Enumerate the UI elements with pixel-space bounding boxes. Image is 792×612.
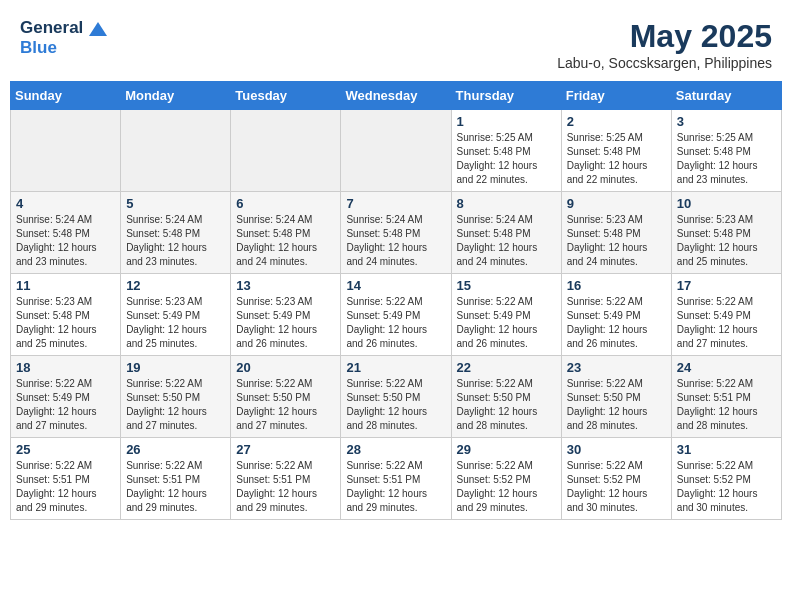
day-info: Sunrise: 5:22 AM Sunset: 5:51 PM Dayligh… (346, 459, 445, 515)
table-row: 7Sunrise: 5:24 AM Sunset: 5:48 PM Daylig… (341, 192, 451, 274)
day-number: 25 (16, 442, 115, 457)
day-info: Sunrise: 5:24 AM Sunset: 5:48 PM Dayligh… (457, 213, 556, 269)
day-info: Sunrise: 5:24 AM Sunset: 5:48 PM Dayligh… (126, 213, 225, 269)
day-info: Sunrise: 5:23 AM Sunset: 5:48 PM Dayligh… (16, 295, 115, 351)
calendar: Sunday Monday Tuesday Wednesday Thursday… (10, 81, 782, 520)
day-info: Sunrise: 5:23 AM Sunset: 5:49 PM Dayligh… (236, 295, 335, 351)
table-row: 6Sunrise: 5:24 AM Sunset: 5:48 PM Daylig… (231, 192, 341, 274)
calendar-week-row: 25Sunrise: 5:22 AM Sunset: 5:51 PM Dayli… (11, 438, 782, 520)
day-number: 28 (346, 442, 445, 457)
day-info: Sunrise: 5:22 AM Sunset: 5:50 PM Dayligh… (346, 377, 445, 433)
table-row: 23Sunrise: 5:22 AM Sunset: 5:50 PM Dayli… (561, 356, 671, 438)
day-info: Sunrise: 5:24 AM Sunset: 5:48 PM Dayligh… (16, 213, 115, 269)
header-thursday: Thursday (451, 82, 561, 110)
calendar-week-row: 11Sunrise: 5:23 AM Sunset: 5:48 PM Dayli… (11, 274, 782, 356)
table-row: 24Sunrise: 5:22 AM Sunset: 5:51 PM Dayli… (671, 356, 781, 438)
table-row (231, 110, 341, 192)
table-row (121, 110, 231, 192)
logo-blue: Blue (20, 38, 107, 58)
calendar-week-row: 18Sunrise: 5:22 AM Sunset: 5:49 PM Dayli… (11, 356, 782, 438)
page-header: General Blue May 2025 Labu-o, Soccsksarg… (10, 10, 782, 75)
day-number: 21 (346, 360, 445, 375)
header-monday: Monday (121, 82, 231, 110)
day-number: 26 (126, 442, 225, 457)
table-row: 17Sunrise: 5:22 AM Sunset: 5:49 PM Dayli… (671, 274, 781, 356)
day-info: Sunrise: 5:22 AM Sunset: 5:49 PM Dayligh… (457, 295, 556, 351)
day-number: 29 (457, 442, 556, 457)
table-row: 13Sunrise: 5:23 AM Sunset: 5:49 PM Dayli… (231, 274, 341, 356)
header-friday: Friday (561, 82, 671, 110)
day-number: 3 (677, 114, 776, 129)
day-info: Sunrise: 5:22 AM Sunset: 5:50 PM Dayligh… (567, 377, 666, 433)
day-number: 31 (677, 442, 776, 457)
table-row: 22Sunrise: 5:22 AM Sunset: 5:50 PM Dayli… (451, 356, 561, 438)
day-info: Sunrise: 5:22 AM Sunset: 5:49 PM Dayligh… (16, 377, 115, 433)
day-info: Sunrise: 5:22 AM Sunset: 5:51 PM Dayligh… (126, 459, 225, 515)
day-info: Sunrise: 5:24 AM Sunset: 5:48 PM Dayligh… (346, 213, 445, 269)
day-info: Sunrise: 5:22 AM Sunset: 5:51 PM Dayligh… (677, 377, 776, 433)
day-info: Sunrise: 5:22 AM Sunset: 5:49 PM Dayligh… (346, 295, 445, 351)
table-row: 18Sunrise: 5:22 AM Sunset: 5:49 PM Dayli… (11, 356, 121, 438)
location: Labu-o, Soccsksargen, Philippines (557, 55, 772, 71)
table-row: 11Sunrise: 5:23 AM Sunset: 5:48 PM Dayli… (11, 274, 121, 356)
table-row: 3Sunrise: 5:25 AM Sunset: 5:48 PM Daylig… (671, 110, 781, 192)
month-title: May 2025 (557, 18, 772, 55)
day-number: 17 (677, 278, 776, 293)
day-number: 7 (346, 196, 445, 211)
day-number: 15 (457, 278, 556, 293)
table-row: 1Sunrise: 5:25 AM Sunset: 5:48 PM Daylig… (451, 110, 561, 192)
table-row: 28Sunrise: 5:22 AM Sunset: 5:51 PM Dayli… (341, 438, 451, 520)
table-row: 4Sunrise: 5:24 AM Sunset: 5:48 PM Daylig… (11, 192, 121, 274)
day-info: Sunrise: 5:25 AM Sunset: 5:48 PM Dayligh… (567, 131, 666, 187)
day-info: Sunrise: 5:22 AM Sunset: 5:51 PM Dayligh… (236, 459, 335, 515)
day-number: 2 (567, 114, 666, 129)
day-number: 4 (16, 196, 115, 211)
table-row: 31Sunrise: 5:22 AM Sunset: 5:52 PM Dayli… (671, 438, 781, 520)
table-row: 9Sunrise: 5:23 AM Sunset: 5:48 PM Daylig… (561, 192, 671, 274)
title-block: May 2025 Labu-o, Soccsksargen, Philippin… (557, 18, 772, 71)
day-number: 13 (236, 278, 335, 293)
day-number: 8 (457, 196, 556, 211)
day-number: 16 (567, 278, 666, 293)
day-number: 22 (457, 360, 556, 375)
table-row: 29Sunrise: 5:22 AM Sunset: 5:52 PM Dayli… (451, 438, 561, 520)
day-info: Sunrise: 5:23 AM Sunset: 5:48 PM Dayligh… (677, 213, 776, 269)
day-number: 11 (16, 278, 115, 293)
day-info: Sunrise: 5:22 AM Sunset: 5:51 PM Dayligh… (16, 459, 115, 515)
header-wednesday: Wednesday (341, 82, 451, 110)
logo-text: General (20, 18, 107, 38)
day-info: Sunrise: 5:22 AM Sunset: 5:50 PM Dayligh… (126, 377, 225, 433)
day-info: Sunrise: 5:25 AM Sunset: 5:48 PM Dayligh… (677, 131, 776, 187)
header-saturday: Saturday (671, 82, 781, 110)
day-info: Sunrise: 5:22 AM Sunset: 5:50 PM Dayligh… (457, 377, 556, 433)
day-info: Sunrise: 5:22 AM Sunset: 5:49 PM Dayligh… (567, 295, 666, 351)
table-row: 30Sunrise: 5:22 AM Sunset: 5:52 PM Dayli… (561, 438, 671, 520)
day-number: 18 (16, 360, 115, 375)
day-number: 9 (567, 196, 666, 211)
logo: General Blue (20, 18, 107, 57)
table-row: 21Sunrise: 5:22 AM Sunset: 5:50 PM Dayli… (341, 356, 451, 438)
day-info: Sunrise: 5:23 AM Sunset: 5:49 PM Dayligh… (126, 295, 225, 351)
table-row: 26Sunrise: 5:22 AM Sunset: 5:51 PM Dayli… (121, 438, 231, 520)
logo-icon (89, 22, 107, 36)
day-info: Sunrise: 5:25 AM Sunset: 5:48 PM Dayligh… (457, 131, 556, 187)
day-info: Sunrise: 5:22 AM Sunset: 5:52 PM Dayligh… (567, 459, 666, 515)
table-row: 16Sunrise: 5:22 AM Sunset: 5:49 PM Dayli… (561, 274, 671, 356)
table-row: 2Sunrise: 5:25 AM Sunset: 5:48 PM Daylig… (561, 110, 671, 192)
header-tuesday: Tuesday (231, 82, 341, 110)
day-number: 1 (457, 114, 556, 129)
day-info: Sunrise: 5:22 AM Sunset: 5:50 PM Dayligh… (236, 377, 335, 433)
day-number: 23 (567, 360, 666, 375)
table-row: 15Sunrise: 5:22 AM Sunset: 5:49 PM Dayli… (451, 274, 561, 356)
header-sunday: Sunday (11, 82, 121, 110)
table-row: 10Sunrise: 5:23 AM Sunset: 5:48 PM Dayli… (671, 192, 781, 274)
table-row (341, 110, 451, 192)
day-info: Sunrise: 5:24 AM Sunset: 5:48 PM Dayligh… (236, 213, 335, 269)
day-info: Sunrise: 5:23 AM Sunset: 5:48 PM Dayligh… (567, 213, 666, 269)
day-number: 30 (567, 442, 666, 457)
day-number: 19 (126, 360, 225, 375)
table-row: 12Sunrise: 5:23 AM Sunset: 5:49 PM Dayli… (121, 274, 231, 356)
day-number: 20 (236, 360, 335, 375)
day-info: Sunrise: 5:22 AM Sunset: 5:52 PM Dayligh… (677, 459, 776, 515)
table-row: 14Sunrise: 5:22 AM Sunset: 5:49 PM Dayli… (341, 274, 451, 356)
